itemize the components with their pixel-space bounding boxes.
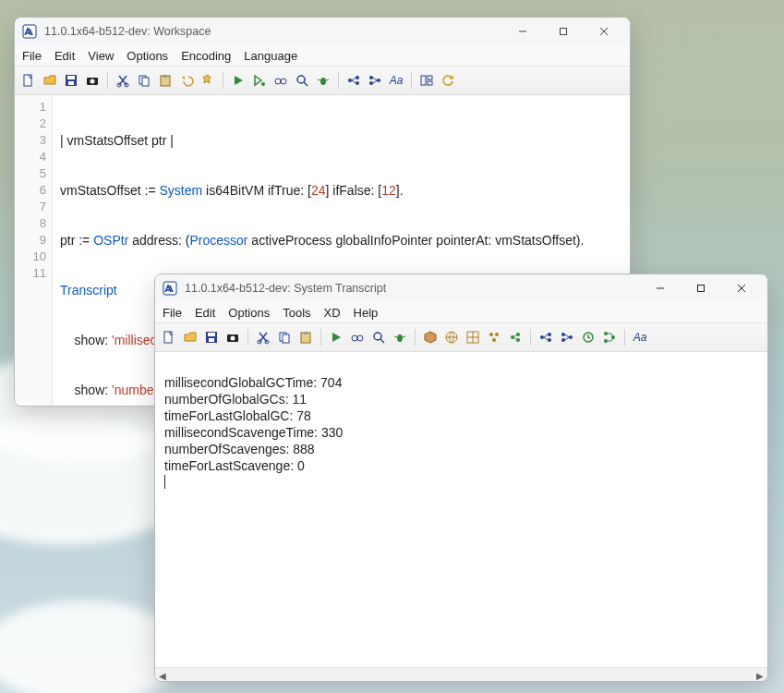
font-icon[interactable]: Aa — [632, 329, 648, 346]
menu-language[interactable]: Language — [244, 49, 297, 63]
svg-point-63 — [489, 333, 493, 336]
menu-options[interactable]: Options — [127, 49, 168, 63]
run-icon[interactable] — [230, 72, 247, 89]
node-icon[interactable] — [537, 329, 554, 346]
scroll-right-icon[interactable]: ▶ — [753, 668, 767, 682]
menu-view[interactable]: View — [88, 49, 114, 63]
output-line: millisecondScavengeTime: 330 — [164, 425, 343, 440]
svg-point-76 — [604, 332, 608, 335]
hierarchy-icon[interactable] — [601, 329, 618, 346]
output-line: millisecondGlobalGCTime: 704 — [164, 375, 342, 390]
menu-tools[interactable]: Tools — [283, 306, 310, 320]
undo-icon[interactable] — [178, 72, 195, 89]
molecule-icon[interactable] — [507, 329, 524, 346]
toolbar: Aa — [15, 66, 630, 95]
layout-icon[interactable] — [418, 72, 435, 89]
reload-green-icon[interactable] — [580, 329, 597, 346]
new-icon[interactable] — [20, 72, 37, 89]
titlebar[interactable]: 11.0.1x64-b512-dev: Workspace — [15, 18, 630, 45]
svg-rect-16 — [163, 75, 167, 78]
code-line: | vmStatsOffset ptr | — [60, 132, 622, 149]
globe-icon[interactable] — [443, 329, 460, 346]
scroll-left-icon[interactable]: ◀ — [155, 668, 170, 682]
toolbar-separator — [415, 329, 416, 346]
maximize-button[interactable] — [543, 18, 584, 44]
search-icon[interactable] — [370, 329, 387, 346]
paste-icon[interactable] — [157, 72, 174, 89]
menu-options[interactable]: Options — [228, 306, 270, 320]
search-icon[interactable] — [294, 72, 310, 89]
titlebar[interactable]: 11.0.1x64-b512-dev: System Transcript — [155, 274, 767, 302]
copy-icon[interactable] — [276, 329, 293, 346]
camera-icon[interactable] — [224, 329, 241, 346]
svg-point-52 — [352, 335, 357, 341]
package-icon[interactable] — [422, 329, 439, 346]
output-line: timeForLastScavenge: 0 — [164, 458, 305, 473]
grid-icon[interactable] — [464, 329, 481, 346]
menu-file[interactable]: File — [163, 306, 182, 320]
line-number: 8 — [15, 215, 46, 232]
svg-point-64 — [495, 333, 499, 336]
save-icon[interactable] — [203, 329, 220, 346]
svg-point-17 — [261, 82, 265, 86]
horizontal-scrollbar[interactable]: ◀ ▶ — [155, 667, 767, 682]
menu-file[interactable]: File — [22, 49, 42, 63]
cluster-icon[interactable] — [486, 329, 502, 346]
svg-point-45 — [231, 336, 235, 341]
window-title: 11.0.1x64-b512-dev: System Transcript — [185, 282, 640, 295]
line-gutter: 1 2 3 4 5 6 7 8 9 10 11 — [15, 95, 53, 407]
svg-point-19 — [281, 79, 286, 84]
line-number: 5 — [15, 165, 46, 182]
run-icon[interactable] — [328, 329, 344, 346]
svg-rect-14 — [142, 78, 149, 86]
maximize-button[interactable] — [681, 275, 721, 301]
node-out-icon[interactable] — [559, 329, 575, 346]
toolbar-separator — [223, 72, 223, 89]
minimize-button[interactable] — [502, 18, 543, 44]
svg-line-58 — [403, 336, 405, 337]
copy-icon[interactable] — [136, 72, 152, 89]
run-print-icon[interactable] — [251, 72, 268, 89]
save-icon[interactable] — [63, 72, 79, 89]
pin-icon[interactable] — [199, 72, 216, 89]
svg-point-18 — [275, 79, 281, 84]
bug-icon[interactable] — [392, 329, 408, 346]
menu-help[interactable]: Help — [354, 306, 379, 320]
svg-point-26 — [348, 79, 352, 82]
node-out-icon[interactable] — [367, 72, 383, 89]
line-number: 10 — [15, 249, 46, 265]
svg-point-73 — [561, 333, 565, 336]
close-button[interactable] — [584, 18, 624, 44]
svg-rect-8 — [68, 81, 74, 85]
text-caret — [164, 475, 165, 489]
glasses-icon[interactable] — [349, 329, 366, 346]
svg-point-77 — [604, 339, 608, 343]
menu-encoding[interactable]: Encoding — [181, 49, 231, 63]
open-icon[interactable] — [182, 329, 199, 346]
bug-icon[interactable] — [315, 72, 332, 89]
svg-rect-40 — [164, 332, 172, 343]
code-line: ptr := OSPtr address: (Processor activeP… — [60, 232, 622, 249]
close-button[interactable] — [721, 275, 762, 301]
menu-edit[interactable]: Edit — [54, 49, 75, 63]
svg-point-30 — [369, 76, 373, 79]
line-number: 7 — [15, 199, 46, 215]
minimize-button[interactable] — [640, 275, 681, 301]
font-icon[interactable]: Aa — [388, 72, 404, 89]
menu-bar: File Edit Options Tools XD Help — [155, 302, 767, 322]
paste-icon[interactable] — [297, 329, 314, 346]
svg-rect-43 — [209, 338, 214, 342]
line-number: 4 — [15, 149, 46, 165]
new-icon[interactable] — [161, 329, 177, 346]
glasses-icon[interactable] — [272, 72, 289, 89]
transcript-window: 11.0.1x64-b512-dev: System Transcript Fi… — [154, 274, 768, 682]
camera-icon[interactable] — [84, 72, 101, 89]
open-icon[interactable] — [42, 72, 58, 89]
refresh-icon[interactable] — [440, 72, 456, 89]
transcript-text-area[interactable]: millisecondGlobalGCTime: 704 numberOfGlo… — [155, 352, 767, 667]
menu-xd[interactable]: XD — [324, 306, 341, 320]
cut-icon[interactable] — [255, 329, 271, 346]
node-icon[interactable] — [345, 72, 362, 89]
menu-edit[interactable]: Edit — [195, 306, 215, 320]
cut-icon[interactable] — [115, 72, 131, 89]
